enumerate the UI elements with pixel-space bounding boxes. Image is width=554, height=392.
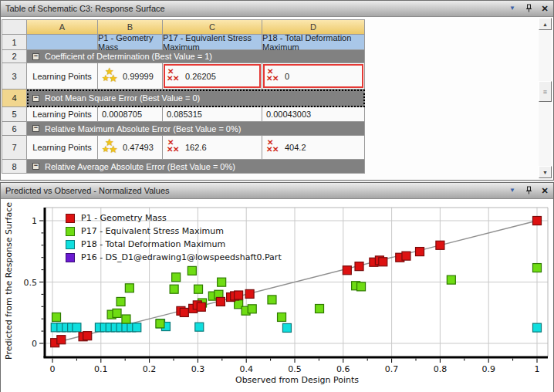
table-row-learning-points: 3 Learning Points ★★★ 0.99999 ✕✕✕ 0.2620… bbox=[2, 63, 365, 90]
scatter-point bbox=[187, 266, 196, 275]
column-header-a[interactable]: A bbox=[27, 20, 98, 35]
scatter-point bbox=[436, 241, 444, 249]
row-number[interactable]: 7 bbox=[2, 136, 27, 160]
table-panel-title: Table of Schematic C3: Response Surface bbox=[5, 4, 165, 13]
scatter-point bbox=[216, 297, 225, 306]
group-header-cell[interactable]: − Relative Maximum Absolute Error (Best … bbox=[27, 122, 365, 136]
row-number[interactable]: 4 bbox=[2, 90, 27, 107]
row-number[interactable]: 1 bbox=[2, 35, 27, 50]
legend-label: P17 - Equivalent Stress Maximum bbox=[81, 226, 224, 236]
x-tick-label: 0.2 bbox=[143, 364, 157, 374]
response-surface-table: A B C D 1 P1 - Geometry Mass P17 - Equiv… bbox=[2, 19, 365, 174]
parameter-name-row: 1 P1 - Geometry Mass P17 - Equivalent St… bbox=[2, 35, 365, 50]
chevron-down-icon: ▼ bbox=[509, 188, 515, 194]
group-row-relative-maximum-absolute-error: 6 − Relative Maximum Absolute Error (Bes… bbox=[2, 122, 365, 136]
param-cell-p18[interactable]: P18 - Total Deformation Maximum bbox=[262, 35, 365, 50]
y-tick-label: 0.5 bbox=[24, 278, 38, 288]
collapse-minus-icon[interactable]: − bbox=[32, 125, 39, 132]
scroll-down-button[interactable]: ▼ bbox=[539, 166, 552, 178]
scatter-point bbox=[282, 323, 291, 332]
group-row-root-mean-square-error-selected: 4 − Root Mean Square Error (Best Value =… bbox=[2, 90, 365, 107]
scatter-point bbox=[180, 308, 188, 316]
corner-header-cell[interactable] bbox=[2, 20, 27, 35]
legend-item-p18: P18 - Total Deformation Maximum bbox=[66, 240, 282, 248]
param-cell-empty[interactable] bbox=[27, 35, 98, 50]
legend-label: P18 - Total Deformation Maximum bbox=[81, 239, 225, 249]
cell-value: 162.6 bbox=[185, 143, 207, 152]
scatter-point bbox=[125, 284, 133, 292]
close-panel-button[interactable]: ✕ bbox=[539, 3, 550, 14]
scatter-point bbox=[533, 217, 542, 225]
table-panel-titlebar[interactable]: Table of Schematic C3: Response Surface … bbox=[1, 1, 553, 17]
x-tick-label: 0.7 bbox=[385, 364, 399, 374]
value-cell-d5[interactable]: 0.00043003 bbox=[262, 107, 365, 122]
row-number[interactable]: 8 bbox=[2, 160, 27, 174]
value-cell-d7[interactable]: ✕✕✕ 404.2 bbox=[262, 136, 365, 160]
row-number[interactable]: 5 bbox=[2, 107, 27, 122]
value-cell-d3-alert[interactable]: ✕✕✕ 0 bbox=[262, 63, 365, 90]
row-label-cell[interactable]: Learning Points bbox=[27, 107, 98, 122]
close-icon: ✕ bbox=[541, 187, 548, 195]
cell-value: 0.47493 bbox=[123, 143, 154, 152]
param-cell-p1[interactable]: P1 - Geometry Mass bbox=[98, 35, 163, 50]
grip-icon: ≡ bbox=[543, 88, 547, 96]
collapse-minus-icon[interactable]: − bbox=[32, 53, 39, 60]
three-gold-stars-icon: ★★★ bbox=[102, 68, 119, 85]
scatter-point bbox=[402, 252, 410, 260]
row-label-cell[interactable]: Learning Points bbox=[27, 63, 98, 90]
scatter-point bbox=[197, 302, 205, 311]
value-cell-b7[interactable]: ★★★ 0.47493 bbox=[98, 136, 163, 160]
param-cell-p17[interactable]: P17 - Equivalent Stress Maximum bbox=[163, 35, 262, 50]
x-tick-label: 0.5 bbox=[288, 364, 302, 374]
scatter-point bbox=[83, 332, 92, 340]
chart-panel-title: Predicted vs Observed - Normalized Value… bbox=[5, 186, 170, 195]
value-cell-c7[interactable]: ✕✕✕ 162.6 bbox=[163, 136, 262, 160]
scatter-point bbox=[57, 336, 66, 344]
scatter-point bbox=[533, 323, 542, 332]
group-header-cell[interactable]: − Relative Average Absolute Error (Best … bbox=[27, 160, 365, 174]
row-number[interactable]: 6 bbox=[2, 122, 27, 136]
chart-legend: P1 - Geometry Mass P17 - Equivalent Stre… bbox=[66, 214, 282, 262]
group-header-cell[interactable]: − Root Mean Square Error (Best Value = 0… bbox=[27, 90, 365, 107]
window-menu-button[interactable]: ▼ bbox=[507, 3, 518, 14]
chart-panel: Predicted vs Observed - Normalized Value… bbox=[0, 182, 554, 392]
row-number[interactable]: 3 bbox=[2, 63, 27, 90]
legend-item-p17: P17 - Equivalent Stress Maximum bbox=[66, 227, 282, 235]
auto-hide-pin-button[interactable] bbox=[523, 3, 534, 14]
cell-value: 0.26205 bbox=[185, 72, 216, 81]
auto-hide-pin-button[interactable] bbox=[523, 185, 534, 196]
scatter-point bbox=[195, 323, 204, 331]
arrow-up-icon: ▲ bbox=[542, 22, 548, 27]
scatter-point bbox=[117, 297, 125, 306]
group-header-cell[interactable]: − Coefficient of Determination (Best Val… bbox=[27, 50, 365, 63]
value-cell-b3[interactable]: ★★★ 0.99999 bbox=[98, 63, 163, 90]
scatter-point bbox=[172, 273, 181, 282]
x-tick-label: 0.9 bbox=[481, 364, 495, 374]
three-red-x-icon: ✕✕✕ bbox=[167, 139, 181, 156]
group-row-relative-average-absolute-error: 8 − Relative Average Absolute Error (Bes… bbox=[2, 160, 365, 174]
row-label-cell[interactable]: Learning Points bbox=[27, 136, 98, 160]
chart-panel-titlebar[interactable]: Predicted vs Observed - Normalized Value… bbox=[1, 183, 553, 199]
scatter-point bbox=[268, 296, 276, 304]
scrollbar-track[interactable]: ≡ bbox=[539, 30, 552, 166]
scatter-point bbox=[316, 305, 324, 313]
scatter-point bbox=[248, 305, 256, 313]
value-cell-c3-alert[interactable]: ✕✕✕ 0.26205 bbox=[163, 63, 262, 90]
scroll-up-button[interactable]: ▲ bbox=[539, 18, 552, 30]
vertical-scrollbar[interactable]: ▲ ≡ ▼ bbox=[539, 18, 552, 178]
three-red-x-icon: ✕✕✕ bbox=[266, 139, 281, 156]
group-label: Root Mean Square Error (Best Value = 0) bbox=[45, 93, 200, 103]
scrollbar-thumb[interactable]: ≡ bbox=[539, 81, 552, 102]
scatter-point bbox=[52, 313, 61, 321]
window-menu-button[interactable]: ▼ bbox=[507, 185, 518, 196]
collapse-minus-icon[interactable]: − bbox=[32, 95, 39, 102]
value-cell-c5[interactable]: 0.085315 bbox=[163, 107, 262, 122]
close-panel-button[interactable]: ✕ bbox=[539, 185, 550, 196]
x-tick-label: 0.3 bbox=[191, 364, 205, 374]
titlebar-controls: ▼ ✕ bbox=[507, 183, 550, 198]
table-row-learning-points: 7 Learning Points ★★★ 0.47493 ✕✕✕ 162.6 … bbox=[2, 136, 365, 160]
row-number[interactable]: 2 bbox=[2, 50, 27, 63]
value-cell-b5[interactable]: 0.0008705 bbox=[98, 107, 163, 122]
x-tick-label: 0.1 bbox=[94, 364, 108, 374]
collapse-minus-icon[interactable]: − bbox=[32, 163, 39, 170]
